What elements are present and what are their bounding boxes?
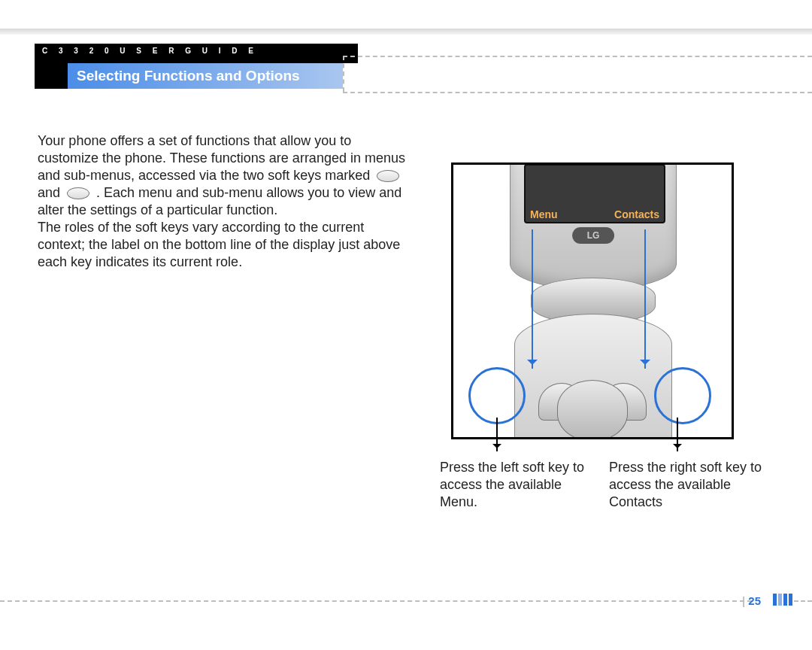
- page-number-divider-icon: |: [742, 594, 745, 607]
- highlight-ring-left: [468, 367, 526, 424]
- phone-screen: Menu Contacts: [524, 164, 665, 223]
- top-gradient-band: [0, 29, 812, 35]
- phone-body: Menu Contacts LG: [510, 162, 675, 439]
- callout-line-left: [496, 418, 498, 451]
- section-title: Selecting Functions and Options: [77, 68, 300, 84]
- callout-line-right: [677, 418, 678, 451]
- page-number-value: 25: [748, 594, 761, 607]
- title-gradient: Selecting Functions and Options: [68, 63, 343, 89]
- para1-b: and: [38, 185, 64, 200]
- dashed-rule: [343, 56, 812, 57]
- dashed-rule: [343, 56, 344, 92]
- para2: The roles of the soft keys vary accordin…: [38, 220, 400, 269]
- caption-right: Press the right soft key to access the a…: [609, 459, 767, 511]
- screen-softkey-labels: Menu Contacts: [526, 208, 664, 220]
- footer-dashed-rule: [0, 600, 752, 602]
- page-number: |25: [742, 594, 761, 607]
- phone-flip-top: Menu Contacts LG: [510, 162, 677, 290]
- para1-c: . Each menu and sub-menu allows you to v…: [38, 185, 401, 217]
- screen-label-menu: Menu: [530, 208, 558, 220]
- section-title-bar: Selecting Functions and Options: [35, 63, 343, 89]
- right-softkey-icon: [67, 187, 89, 199]
- blue-arrow-left: [532, 229, 533, 369]
- screen-label-contacts: Contacts: [614, 208, 659, 220]
- manual-page: C 3 3 2 0 U S E R G U I D E Selecting Fu…: [0, 0, 812, 650]
- blue-arrow-right: [644, 229, 646, 369]
- left-softkey-icon: [377, 170, 399, 182]
- lg-logo: LG: [572, 227, 614, 244]
- title-black-block: [35, 63, 68, 89]
- highlight-ring-right: [654, 367, 711, 424]
- nav-pad: [557, 380, 628, 439]
- footer-dashed-rule: [794, 600, 812, 602]
- caption-left: Press the left soft key to access the av…: [440, 459, 598, 511]
- dashed-rule: [343, 92, 812, 93]
- page-marker-ticks: [773, 594, 792, 606]
- guide-header: C 3 3 2 0 U S E R G U I D E: [35, 44, 358, 63]
- para1-a: Your phone offers a set of functions tha…: [38, 133, 405, 183]
- body-text: Your phone offers a set of functions tha…: [38, 132, 414, 271]
